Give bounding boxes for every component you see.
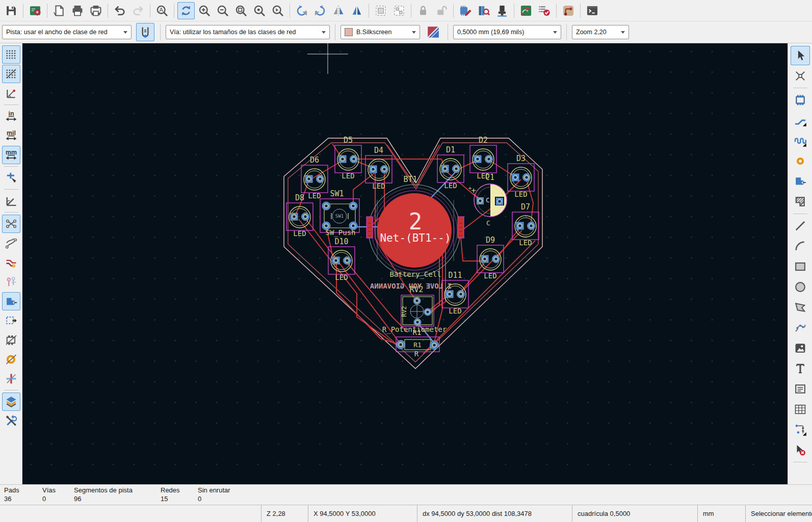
units-mm-button[interactable]: mm (2, 146, 20, 164)
add-image-tool-button[interactable] (791, 338, 810, 358)
highlight-net-tool-button[interactable] (791, 66, 810, 86)
zoom-selection-button[interactable] (269, 2, 286, 19)
grid-visibility-button[interactable] (2, 45, 20, 64)
rotate-ccw-button[interactable] (293, 2, 310, 19)
vias-sketch-mode-button[interactable] (2, 273, 20, 291)
zones-sketch-mode-button[interactable] (2, 311, 20, 330)
mirror-vertical-button[interactable] (348, 2, 365, 19)
drc-check-button[interactable] (536, 2, 553, 19)
pads-sketch-mode-button[interactable] (2, 292, 20, 310)
via-size-dropdown[interactable]: Vía: utilizar los tamaños de las clases … (166, 25, 330, 39)
chevron-down-icon (123, 31, 127, 34)
footprints-sketch-mode-button[interactable] (2, 331, 20, 349)
group-button[interactable] (372, 2, 389, 19)
route-settings-button[interactable] (560, 2, 577, 19)
highlight-net-tool-icon (794, 69, 807, 83)
add-dimension-tool-button[interactable] (791, 420, 810, 439)
delete-tool-button[interactable] (791, 440, 810, 460)
drc-check-icon (538, 4, 551, 17)
add-textbox-tool-button[interactable] (791, 379, 810, 399)
footprint-browser-button[interactable] (475, 2, 492, 19)
via-size-value: Vía: utilizar los tamaños de las clases … (170, 29, 296, 36)
units-mils-button[interactable]: mil (2, 126, 20, 145)
zoom-objects-button[interactable] (251, 2, 268, 19)
svg-text:LED: LED (372, 182, 385, 190)
find-button[interactable]: A (153, 2, 171, 19)
scripting-console-button[interactable] (584, 2, 601, 19)
undo-button[interactable] (111, 2, 128, 19)
grid-overrides-button[interactable] (2, 65, 20, 83)
layer-pair-button[interactable] (425, 23, 442, 41)
draw-arc-tool-button[interactable] (791, 237, 810, 256)
add-keepout-tool-button[interactable] (791, 192, 810, 212)
add-keepout-tool-icon (794, 195, 807, 208)
unlock-button[interactable] (433, 2, 450, 19)
clearance-outlines-icon (5, 372, 18, 385)
board-text[interactable]: I LOVE YOU GIOVANNA (370, 282, 452, 290)
ratsnest-curved-button[interactable] (2, 234, 20, 252)
board-stats-bar: Pads36Vías0Segmentos de pista96Redes15Si… (0, 484, 812, 505)
svg-text:BT1: BT1 (403, 175, 417, 184)
page-settings-button[interactable] (50, 2, 68, 19)
svg-text:D6: D6 (310, 155, 319, 165)
redo-button[interactable] (129, 2, 147, 19)
ratsnest-visibility-button[interactable] (2, 215, 20, 233)
zoom-in-button[interactable] (196, 2, 213, 19)
chevron-down-icon (621, 31, 625, 34)
ungroup-button[interactable] (390, 2, 408, 19)
draw-bezier-tool-icon (794, 321, 807, 334)
draw-arc-tool-icon (794, 240, 807, 253)
track-width-dropdown[interactable]: Pista: usar el ancho de clase de red (2, 25, 132, 39)
plot-button[interactable] (87, 2, 104, 19)
grid-dropdown[interactable]: 0,5000 mm (19,69 mils) (453, 25, 561, 39)
add-table-tool-button[interactable] (791, 400, 810, 419)
tune-length-tool-button[interactable] (791, 131, 810, 150)
lock-button[interactable] (414, 2, 432, 19)
draw-circle-tool-button[interactable] (791, 277, 810, 297)
preferences-tools-button[interactable] (2, 412, 20, 430)
clearance-outlines-button[interactable] (2, 370, 20, 388)
route-tracks-tool-button[interactable] (791, 111, 810, 130)
update-pcb-button[interactable] (517, 2, 535, 19)
zoom-dropdown[interactable]: Zoom 2,20 (572, 25, 629, 39)
print-icon (71, 4, 84, 17)
add-zone-tool-button[interactable] (791, 172, 810, 191)
zone-fill-hidden-button[interactable] (2, 350, 20, 369)
layers-manager-button[interactable] (2, 393, 20, 411)
draw-polygon-tool-button[interactable] (791, 298, 810, 317)
add-footprint-tool-button[interactable] (791, 90, 810, 110)
draw-bezier-tool-button[interactable] (791, 318, 810, 337)
crosshair-style-button[interactable] (2, 169, 20, 187)
units-inches-button[interactable]: in (2, 107, 20, 125)
footprint-editor-button[interactable] (457, 2, 474, 19)
add-text-tool-button[interactable] (791, 359, 810, 378)
flip-horizontal-button[interactable] (330, 2, 347, 19)
tracks-sketch-mode-button[interactable] (2, 253, 20, 272)
track-posture-button[interactable] (136, 23, 154, 41)
save-icon (5, 4, 18, 17)
svg-text:mm: mm (5, 149, 16, 156)
layer-dropdown[interactable]: B.Silkscreen (340, 25, 420, 39)
draw-rectangle-tool-button[interactable] (791, 257, 810, 276)
polar-coordinates-button[interactable] (2, 84, 20, 102)
svg-text:R1: R1 (413, 328, 422, 336)
status-unrouted-label: Sin enrutar (198, 486, 265, 494)
save-button[interactable] (3, 2, 20, 19)
add-via-tool-button[interactable] (791, 151, 810, 171)
rotate-cw-button[interactable] (311, 2, 329, 19)
pcb-canvas[interactable]: D1LEDD2LEDD3LEDD4LEDD5LEDD6LEDD7LEDD8LED… (22, 43, 788, 484)
draw-line-tool-button[interactable] (791, 216, 810, 236)
refresh-button[interactable] (177, 2, 195, 19)
statusbar-spacer (0, 505, 261, 522)
zoom-fit-button[interactable] (232, 2, 250, 19)
select-tool-button[interactable] (791, 46, 810, 65)
board-setup-button[interactable] (27, 2, 44, 19)
print-button[interactable] (69, 2, 86, 19)
footprint-wizard-button[interactable] (493, 2, 511, 19)
svg-text:C: C (486, 219, 490, 227)
draw-polygon-tool-icon (794, 301, 807, 314)
ungroup-icon (392, 4, 406, 17)
zoom-out-button[interactable] (214, 2, 231, 19)
angle-45-mode-button[interactable] (2, 192, 20, 210)
polar-coordinates-icon (5, 87, 18, 100)
